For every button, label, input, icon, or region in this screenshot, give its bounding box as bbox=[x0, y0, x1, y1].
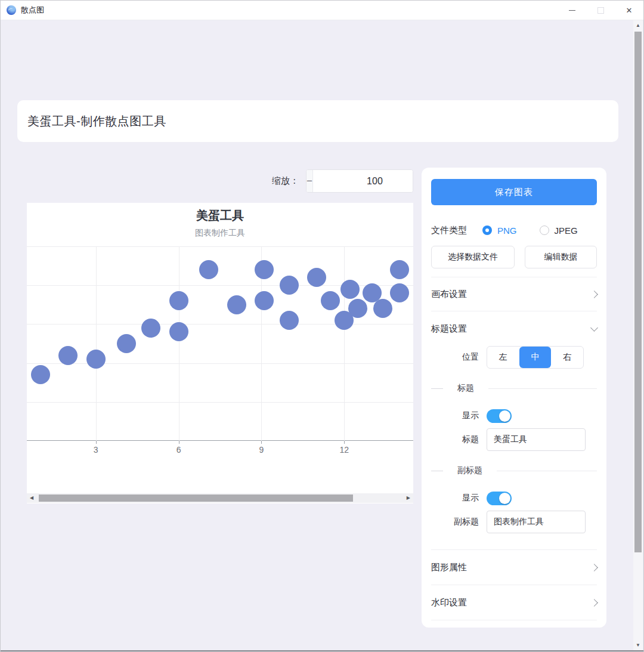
zoom-value-input[interactable] bbox=[313, 170, 413, 192]
choose-data-file-button[interactable]: 选择数据文件 bbox=[431, 246, 515, 268]
scatter-point bbox=[58, 346, 78, 365]
x-axis-tick bbox=[179, 441, 179, 444]
zoom-out-button[interactable]: − bbox=[306, 170, 313, 192]
maximize-button[interactable] bbox=[586, 1, 615, 20]
chart-horizontal-scrollbar[interactable]: ◀ ▶ bbox=[27, 493, 413, 503]
x-axis-tick bbox=[261, 441, 262, 444]
x-axis-line bbox=[27, 440, 413, 441]
scroll-down-icon[interactable]: ▼ bbox=[633, 641, 643, 650]
position-right-option[interactable]: 右 bbox=[551, 347, 583, 368]
subtitle-subsection-header: 副标题 bbox=[431, 465, 597, 476]
scatter-point bbox=[390, 283, 409, 302]
scatter-point bbox=[348, 299, 367, 318]
data-buttons-row: 选择数据文件 编辑数据 bbox=[431, 246, 597, 268]
scatter-point bbox=[280, 276, 299, 295]
title-show-label: 显示 bbox=[431, 410, 479, 421]
page-header-card: 美蛋工具-制作散点图工具 bbox=[17, 100, 618, 142]
chart-title: 美蛋工具 bbox=[27, 203, 413, 224]
edit-data-button[interactable]: 编辑数据 bbox=[525, 246, 597, 268]
scatter-point bbox=[199, 260, 218, 279]
position-label: 位置 bbox=[431, 352, 479, 363]
subtitle-field-row: 副标题 bbox=[431, 511, 597, 533]
position-segmented-control: 左 中 右 bbox=[487, 346, 584, 369]
section-watermark-settings[interactable]: 水印设置 bbox=[431, 585, 597, 620]
scatter-point bbox=[280, 311, 299, 330]
app-logo-icon bbox=[7, 5, 16, 15]
save-chart-button[interactable]: 保存图表 bbox=[431, 179, 597, 205]
gridline-vertical bbox=[179, 246, 179, 441]
gridline-vertical bbox=[96, 246, 97, 441]
chevron-right-icon[interactable] bbox=[590, 564, 598, 571]
position-left-option[interactable]: 左 bbox=[487, 347, 519, 368]
scatter-point bbox=[255, 291, 274, 310]
section-title-settings[interactable]: 标题设置 bbox=[431, 311, 597, 346]
minimize-button[interactable] bbox=[558, 1, 586, 20]
scatter-point bbox=[227, 295, 246, 314]
window-vertical-scrollbar[interactable]: ▲ ▼ bbox=[633, 20, 643, 650]
chevron-down-icon[interactable] bbox=[590, 324, 598, 332]
scatter-point bbox=[373, 299, 392, 318]
scatter-point bbox=[141, 319, 160, 338]
subtitle-text-input[interactable] bbox=[487, 511, 586, 533]
vertical-scroll-thumb[interactable] bbox=[634, 32, 642, 552]
radio-jpeg-icon[interactable] bbox=[540, 225, 549, 235]
chart-subtitle: 图表制作工具 bbox=[27, 228, 413, 239]
radio-jpeg-label: JPEG bbox=[555, 225, 578, 236]
x-tick-label: 3 bbox=[94, 445, 98, 455]
section-canvas-settings[interactable]: 画布设置 bbox=[431, 277, 597, 311]
chart-canvas: 美蛋工具 图表制作工具 36912 ◀ ▶ bbox=[27, 203, 413, 503]
title-position-row: 位置 左 中 右 bbox=[431, 346, 597, 369]
file-type-label: 文件类型 bbox=[431, 225, 467, 236]
scatter-point bbox=[86, 350, 106, 369]
subtitle-show-label: 显示 bbox=[431, 493, 479, 503]
radio-png-icon[interactable] bbox=[482, 225, 492, 235]
scatter-point bbox=[321, 291, 340, 310]
scatter-point bbox=[31, 365, 50, 384]
scroll-left-icon[interactable]: ◀ bbox=[30, 496, 33, 500]
maximize-icon bbox=[597, 7, 604, 14]
divider bbox=[431, 620, 597, 620]
settings-panel: 保存图表 文件类型 PNG JPEG 选择数据文件 编辑数据 画布设置 标题设置… bbox=[422, 168, 606, 628]
plot-area bbox=[27, 246, 413, 441]
close-icon: ✕ bbox=[626, 6, 633, 15]
scatter-point bbox=[340, 280, 360, 299]
section-graph-properties[interactable]: 图形属性 bbox=[431, 550, 597, 585]
title-text-input[interactable] bbox=[487, 428, 586, 451]
window-bottom-edge bbox=[1, 650, 643, 651]
chevron-right-icon[interactable] bbox=[590, 291, 598, 298]
zoom-label: 缩放： bbox=[272, 175, 299, 187]
subtitle-field-label: 副标题 bbox=[431, 517, 479, 527]
scroll-up-icon[interactable]: ▲ bbox=[633, 21, 643, 30]
title-field-row: 标题 bbox=[431, 428, 597, 451]
gridline-horizontal bbox=[27, 363, 413, 364]
chevron-right-icon[interactable] bbox=[590, 599, 598, 607]
gridline-horizontal bbox=[27, 246, 413, 247]
page-title: 美蛋工具-制作散点图工具 bbox=[27, 113, 166, 129]
window-title: 散点图 bbox=[21, 5, 44, 16]
title-field-label: 标题 bbox=[431, 434, 479, 445]
subtitle-show-row: 显示 bbox=[431, 490, 597, 506]
title-show-toggle[interactable] bbox=[487, 409, 512, 423]
gridline-horizontal bbox=[27, 324, 413, 325]
close-button[interactable]: ✕ bbox=[615, 1, 643, 20]
radio-option-jpeg[interactable]: JPEG bbox=[540, 225, 578, 236]
radio-option-png[interactable]: PNG bbox=[482, 225, 517, 236]
gridline-vertical bbox=[344, 246, 345, 441]
subtitle-show-toggle[interactable] bbox=[487, 492, 512, 505]
x-tick-label: 12 bbox=[339, 445, 349, 455]
scatter-point bbox=[117, 334, 136, 353]
scatter-point bbox=[169, 322, 188, 341]
x-tick-label: 9 bbox=[259, 445, 264, 455]
zoom-control: − + bbox=[306, 169, 413, 193]
x-axis-tick bbox=[344, 441, 345, 444]
file-type-row: 文件类型 PNG JPEG bbox=[431, 223, 597, 238]
horizontal-scroll-thumb[interactable] bbox=[39, 495, 353, 502]
minimize-icon bbox=[569, 10, 575, 11]
scatter-point bbox=[169, 291, 188, 310]
title-subsection-header: 标题 bbox=[431, 383, 597, 394]
title-bar: 散点图 ✕ bbox=[1, 1, 643, 20]
position-center-option[interactable]: 中 bbox=[519, 347, 552, 368]
radio-png-label: PNG bbox=[497, 225, 517, 236]
gridline-horizontal bbox=[27, 402, 413, 403]
scroll-right-icon[interactable]: ▶ bbox=[407, 496, 410, 500]
